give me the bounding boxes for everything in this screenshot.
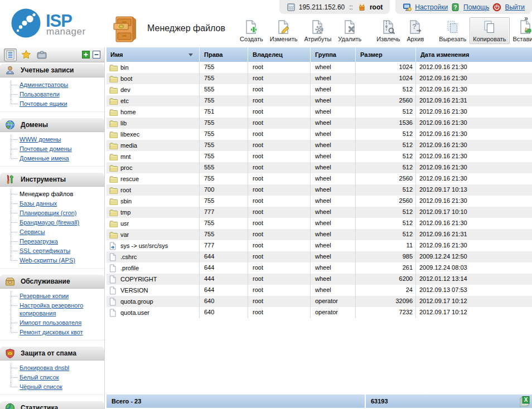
toolbar-more-button[interactable]: » — [524, 14, 528, 22]
tasks-clipboard-button[interactable] — [35, 48, 48, 61]
sidebar-link[interactable]: Планировщик (cron) — [20, 210, 77, 216]
cell-name: usr — [107, 218, 200, 229]
sidebar-link[interactable]: Ремонт дисковых квот — [20, 329, 83, 335]
table-row[interactable]: quota.user640rootoperator72322012.09.17 … — [107, 307, 532, 318]
table-row[interactable]: bin755rootwheel10242012.09.16 21:30 — [107, 62, 532, 73]
section-header-stats[interactable]: Статистика — [0, 401, 104, 409]
topbar-links: Настройки ? Помощь Выйти — [395, 0, 532, 14]
table-row[interactable]: mnt755rootwheel5122012.09.16 21:30 — [107, 151, 532, 162]
logout-link[interactable]: Выйти — [505, 3, 525, 11]
toolbar-copy-button[interactable]: Копировать — [470, 17, 509, 44]
file-name: rescue — [120, 174, 139, 184]
column-header-group[interactable]: Группа — [311, 47, 356, 62]
sidebar-link[interactable]: Web-скрипты (APS) — [20, 257, 75, 264]
cell-perms: 777 — [200, 240, 248, 251]
toolbar-group: Извлечь?Архив — [373, 17, 427, 44]
section-header-tools[interactable]: Инструменты — [0, 173, 104, 187]
sidebar-link[interactable]: Почтовые ящики — [20, 100, 67, 107]
sidebar-link[interactable]: Импорт пользователя — [20, 319, 81, 326]
table-row[interactable]: lib755rootwheel15362012.09.16 21:30 — [107, 118, 532, 129]
expand-all-button[interactable] — [82, 51, 90, 59]
sidebar-link[interactable]: Резервные копии — [20, 293, 69, 299]
cell-date: 2009.12.24 12:50 — [416, 251, 532, 262]
table-row[interactable]: root700rootwheel5122012.09.17 10:13 — [107, 184, 532, 196]
page-title: Менеджер файлов — [147, 23, 225, 33]
toolbar-paste-button[interactable]: Вставить — [510, 17, 532, 44]
section-header-antispam[interactable]: Защита от спама — [0, 347, 104, 361]
file-name: lib — [120, 118, 127, 129]
sidebar-link[interactable]: Брандмауэр (firewall) — [20, 219, 79, 226]
section-header-domains[interactable]: Домены — [0, 118, 104, 132]
sidebar-item: Базы данных — [11, 199, 94, 208]
table-row[interactable]: libexec755rootwheel5122012.09.16 21:30 — [107, 129, 532, 140]
favorites-star-button[interactable] — [20, 48, 32, 61]
file-name: .profile — [120, 263, 139, 274]
toolbar-archive-button[interactable]: ?Архив — [404, 17, 428, 44]
total-size: 63193 — [371, 398, 388, 405]
sidebar-link[interactable]: Администраторы — [20, 81, 68, 88]
table-row[interactable]: rescue755rootwheel25602012.09.16 21:30 — [107, 173, 532, 184]
cell-size: 32096 — [356, 296, 416, 307]
svg-text:?: ? — [413, 23, 417, 31]
table-row[interactable]: proc555rootwheel5122012.09.16 21:30 — [107, 162, 532, 173]
cell-owner: root — [248, 140, 311, 151]
sidebar-item: Администраторы — [11, 80, 94, 90]
excel-export-icon[interactable]: X — [519, 396, 530, 407]
toolbar-extract-button[interactable]: Извлечь — [373, 17, 403, 44]
sidebar-link-active[interactable]: Менеджер файлов — [20, 191, 73, 197]
archive-icon: ? — [408, 20, 423, 35]
table-row[interactable]: COPYRIGHT444rootwheel62002012.01.12 13:1… — [107, 274, 532, 285]
cell-perms: 644 — [200, 285, 248, 296]
section-header-maintenance[interactable]: Обслуживание — [0, 275, 104, 289]
sidebar-link[interactable]: Настройка резервного копирования — [20, 302, 83, 317]
sidebar-link[interactable]: SSL сертификаты — [20, 247, 70, 254]
table-row[interactable]: tmp777rootwheel5122012.09.17 10:10 — [107, 207, 532, 218]
sidebar-item: Web-скрипты (APS) — [11, 256, 94, 265]
cell-group: wheel — [311, 151, 356, 162]
table-row[interactable]: usr755rootwheel5122012.09.16 21:30 — [107, 218, 532, 229]
cell-perms: 777 — [200, 207, 248, 218]
cell-group: wheel — [311, 62, 356, 73]
sidebar-link[interactable]: Почтовые домены — [20, 145, 72, 152]
sidebar-link[interactable]: Доменные имена — [20, 155, 69, 162]
table-row[interactable]: dev555rootwheel5122012.09.16 21:30 — [107, 84, 532, 95]
toolbar-create-button[interactable]: Создать — [236, 17, 267, 44]
table-row[interactable]: VERSION644rootwheel242012.09.13 07:53 — [107, 285, 532, 296]
sidebar-link[interactable]: Белый список — [20, 374, 59, 381]
collapse-all-button[interactable] — [93, 51, 100, 59]
sidebar-link[interactable]: Сервисы — [20, 228, 45, 235]
table-row[interactable]: sys -> usr/src/sys777rootwheel112012.09.… — [107, 240, 532, 251]
help-link[interactable]: Помощь — [463, 3, 489, 11]
sidebar-link[interactable]: Пользователи — [20, 91, 60, 98]
column-header-name[interactable]: Имя — [107, 47, 200, 62]
column-header-perms[interactable]: Права — [200, 47, 248, 62]
column-header-owner[interactable]: Владелец — [248, 47, 311, 62]
column-header-size[interactable]: Размер — [356, 47, 416, 62]
toolbar-cut-button[interactable]: Вырезать — [436, 17, 470, 44]
toolbar-attributes-button[interactable]: Атрибуты — [301, 17, 335, 44]
sidebar-link[interactable]: WWW домены — [20, 136, 61, 143]
section-header-accounts[interactable]: Учетные записи — [0, 64, 104, 77]
toolbar-delete-button[interactable]: Удалить — [335, 17, 365, 44]
toolbar-edit-button[interactable]: Изменить — [267, 17, 301, 44]
table-row[interactable]: home751rootwheel5122012.09.16 21:30 — [107, 106, 532, 118]
table-row[interactable]: var755rootwheel5122012.09.16 21:31 — [107, 229, 532, 240]
table-row[interactable]: media755rootwheel5122012.09.16 21:30 — [107, 140, 532, 151]
sidebar-link[interactable]: Чёрный список — [20, 383, 62, 390]
table-row[interactable]: .cshrc644rootwheel9852009.12.24 12:50 — [107, 251, 532, 262]
cell-name: rescue — [107, 173, 200, 184]
cell-perms: 640 — [200, 307, 248, 318]
settings-link[interactable]: Настройки — [415, 3, 448, 11]
table-row[interactable]: sbin755rootwheel25602012.09.16 21:30 — [107, 196, 532, 207]
table-row[interactable]: quota.group640rootoperator320962012.09.1… — [107, 296, 532, 307]
menu-list-view-button[interactable] — [4, 48, 17, 61]
table-row[interactable]: .profile644rootwheel2612009.12.24 08:03 — [107, 262, 532, 274]
column-header-date[interactable]: Дата изменения — [416, 47, 532, 62]
svg-text:X: X — [524, 397, 528, 403]
sidebar-link[interactable]: Перезагрузка — [20, 238, 58, 245]
logo-subtitle: manager — [46, 27, 86, 36]
sidebar-link[interactable]: Блокировка dnsbl — [20, 364, 69, 371]
sidebar-link[interactable]: Базы данных — [20, 200, 57, 207]
table-row[interactable]: boot755rootwheel10242012.09.16 21:30 — [107, 73, 532, 84]
table-row[interactable]: etc755rootwheel25602012.09.16 21:31 — [107, 95, 532, 106]
